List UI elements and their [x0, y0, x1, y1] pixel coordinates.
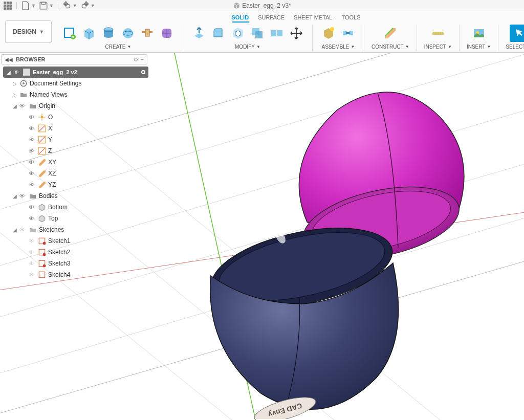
- measure-tool-icon[interactable]: [429, 25, 447, 42]
- shell-tool-icon[interactable]: [229, 25, 247, 42]
- group-label-inspect[interactable]: INSPECT▼: [424, 44, 452, 50]
- tree-origin[interactable]: ◢ 👁 Origin: [10, 100, 148, 112]
- group-label-modify[interactable]: MODIFY▼: [235, 44, 260, 50]
- save-dropdown-arrow[interactable]: ▼: [49, 3, 54, 8]
- tree-sketch-1[interactable]: 👁Sketch1: [27, 235, 148, 247]
- tree-sketch-2[interactable]: 👁Sketch2: [27, 247, 148, 258]
- tab-tools[interactable]: TOOLS: [341, 14, 360, 23]
- tree-label: Sketch2: [48, 249, 70, 256]
- eye-off-icon[interactable]: 👁: [29, 238, 36, 244]
- new-component-tool-icon[interactable]: [320, 25, 337, 42]
- eye-icon[interactable]: 👁: [19, 193, 27, 199]
- sketch-tool-icon[interactable]: [61, 25, 78, 42]
- eye-off-icon[interactable]: 👁: [29, 249, 36, 255]
- tree-origin-xy[interactable]: 👁XY: [27, 157, 148, 168]
- tree-document-settings[interactable]: ▷ Document Settings: [10, 78, 148, 89]
- tree-sketch-4[interactable]: 👁Sketch4: [27, 269, 148, 280]
- tree-origin-y[interactable]: 👁Y: [27, 134, 148, 145]
- eye-icon[interactable]: 👁: [29, 215, 36, 222]
- tree-origin-yz[interactable]: 👁YZ: [27, 179, 148, 190]
- combine-tool-icon[interactable]: [249, 25, 266, 42]
- workspace-switcher-button[interactable]: DESIGN ▼: [5, 20, 52, 43]
- body-bottom-3d[interactable]: CAD Envy: [194, 209, 409, 419]
- redo-icon[interactable]: [80, 1, 90, 10]
- eye-icon[interactable]: 👁: [29, 204, 36, 210]
- insert-tool-icon[interactable]: [470, 25, 488, 42]
- sketch-icon: [38, 259, 46, 268]
- separator: [498, 25, 498, 51]
- tab-sheet-metal[interactable]: SHEET METAL: [294, 14, 332, 23]
- joint-tool-icon[interactable]: [339, 25, 357, 42]
- browser-header[interactable]: ◀◀ BROWSER −: [1, 54, 147, 64]
- svg-line-54: [39, 125, 45, 131]
- tree-label: Top: [48, 215, 58, 222]
- undo-icon[interactable]: [62, 1, 72, 10]
- save-icon[interactable]: [39, 1, 48, 10]
- form-tool-icon[interactable]: [158, 25, 176, 42]
- align-tool-icon[interactable]: [268, 25, 286, 42]
- group-label-select[interactable]: SELECT▼: [506, 44, 524, 50]
- folder-icon: [19, 91, 28, 99]
- sphere-tool-icon[interactable]: [119, 25, 137, 42]
- move-tool-icon[interactable]: [288, 25, 305, 42]
- triangle-down-icon[interactable]: ◢: [12, 103, 17, 109]
- tree-sketches[interactable]: ◢ 👁 Sketches: [10, 224, 148, 235]
- separator: [417, 25, 417, 51]
- eye-icon[interactable]: 👁: [29, 159, 36, 165]
- select-tool-icon[interactable]: [510, 25, 524, 42]
- tree-body-bottom[interactable]: 👁Bottom: [27, 202, 148, 213]
- hole-tool-icon[interactable]: [139, 25, 156, 42]
- eye-icon[interactable]: 👁: [13, 69, 20, 75]
- triangle-right-icon[interactable]: ▷: [12, 81, 17, 86]
- svg-rect-0: [4, 2, 6, 4]
- tree-body-top[interactable]: 👁Top: [27, 213, 148, 224]
- tree-origin-x[interactable]: 👁X: [27, 123, 148, 134]
- minus-icon[interactable]: −: [141, 56, 144, 62]
- eye-off-icon[interactable]: 👁: [19, 227, 27, 233]
- undo-dropdown-arrow[interactable]: ▼: [73, 3, 77, 8]
- eye-icon[interactable]: 👁: [29, 170, 36, 176]
- active-component-icon[interactable]: [141, 70, 145, 74]
- eye-off-icon[interactable]: 👁: [29, 260, 36, 267]
- tab-surface[interactable]: SURFACE: [258, 14, 285, 23]
- browser-options-icon[interactable]: [134, 58, 138, 61]
- tree-origin-xz[interactable]: 👁XZ: [27, 168, 148, 179]
- eye-icon[interactable]: 👁: [29, 148, 36, 154]
- file-icon[interactable]: [21, 1, 30, 10]
- triangle-down-icon[interactable]: ◢: [6, 70, 11, 75]
- box-tool-icon[interactable]: [80, 25, 98, 42]
- eye-icon[interactable]: 👁: [19, 103, 27, 109]
- eye-icon[interactable]: 👁: [29, 125, 36, 131]
- tree-named-views[interactable]: ▷ Named Views: [10, 89, 148, 100]
- tree-bodies[interactable]: ◢ 👁 Bodies: [10, 190, 148, 202]
- cylinder-tool-icon[interactable]: [100, 25, 117, 42]
- group-label-assemble[interactable]: ASSEMBLE▼: [322, 44, 355, 50]
- tree-root[interactable]: ◢ 👁 Easter_egg_2 v2: [3, 67, 148, 78]
- presspull-tool-icon[interactable]: [190, 25, 208, 42]
- triangle-right-icon[interactable]: ▷: [12, 92, 17, 98]
- group-label-insert[interactable]: INSERT▼: [467, 44, 491, 50]
- tree-label: Named Views: [30, 91, 68, 98]
- group-label-create[interactable]: CREATE▼: [105, 44, 132, 50]
- tab-solid[interactable]: SOLID: [232, 14, 249, 23]
- triangle-down-icon[interactable]: ◢: [12, 193, 17, 199]
- eye-icon[interactable]: 👁: [29, 182, 36, 188]
- collapse-left-icon[interactable]: ◀◀: [5, 57, 13, 62]
- eye-off-icon[interactable]: 👁: [29, 272, 36, 278]
- redo-dropdown-arrow[interactable]: ▼: [91, 3, 95, 8]
- group-label-construct[interactable]: CONSTRUCT▼: [372, 44, 409, 50]
- tree-sketch-3[interactable]: 👁Sketch3: [27, 258, 148, 269]
- tree-origin-z[interactable]: 👁Z: [27, 145, 148, 157]
- fillet-tool-icon[interactable]: [210, 25, 227, 42]
- tree-origin-o[interactable]: 👁O: [27, 112, 148, 123]
- svg-line-56: [39, 137, 45, 142]
- file-dropdown-arrow[interactable]: ▼: [31, 3, 36, 8]
- eye-icon[interactable]: 👁: [29, 114, 36, 120]
- separator: [16, 2, 17, 9]
- grid-icon[interactable]: [3, 1, 12, 10]
- viewport-3d[interactable]: CAD Envy ◀◀ BROWSER − ◢ 👁 Easter_egg_2 v…: [0, 53, 524, 420]
- eye-icon[interactable]: 👁: [29, 137, 36, 143]
- triangle-down-icon[interactable]: ◢: [12, 227, 17, 233]
- plane-tool-icon[interactable]: [382, 25, 399, 42]
- browser-panel: ◀◀ BROWSER − ◢ 👁 Easter_egg_2 v2 ▷ Docum…: [0, 53, 148, 285]
